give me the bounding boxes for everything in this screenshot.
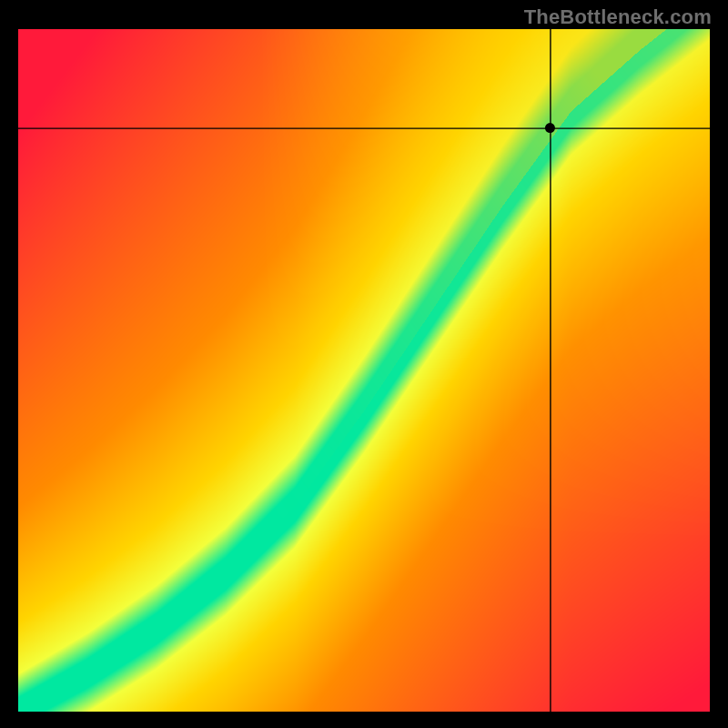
heatmap-plot [18,29,710,712]
chart-frame: TheBottleneck.com [0,0,728,728]
watermark-text: TheBottleneck.com [524,5,712,29]
heatmap-canvas [18,29,710,712]
